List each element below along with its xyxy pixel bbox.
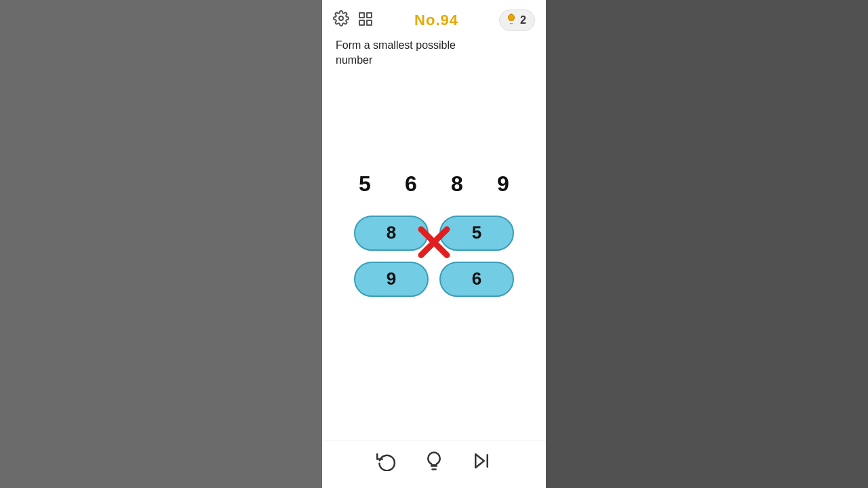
tile-value-8: 8 [387,222,396,243]
digit-label-8: 8 [446,171,468,197]
hint-count: 2 [520,14,526,26]
tile-value-6: 6 [472,268,481,289]
hint-button[interactable] [424,451,444,476]
tile-9[interactable]: 9 [354,262,429,297]
phone-panel: No.94 2 Form a smallest possible number … [322,0,546,488]
digit-label-5: 5 [354,171,376,197]
tile-5[interactable]: 5 [439,216,514,251]
bottom-bar [322,441,546,488]
top-bar: No.94 2 [322,0,546,35]
tiles-grid: 8 5 9 6 [354,216,514,297]
grid-icon[interactable] [357,11,374,30]
tile-value-9: 9 [387,268,396,289]
level-label: No.94 [414,12,458,29]
top-left-icons [333,10,374,30]
tile-6[interactable]: 6 [439,262,514,297]
hint-badge[interactable]: 2 [499,9,535,31]
tile-8[interactable]: 8 [354,216,429,251]
digit-label-9: 9 [492,171,514,197]
svg-rect-2 [367,13,372,18]
settings-icon[interactable] [333,10,349,30]
svg-marker-10 [475,454,484,468]
reset-button[interactable] [376,451,397,476]
digit-label-6: 6 [400,171,422,197]
svg-rect-3 [359,20,364,25]
tile-value-5: 5 [472,222,481,243]
svg-rect-4 [367,20,372,25]
digit-labels-row: 5 6 8 9 [354,171,514,197]
svg-point-0 [339,16,343,20]
hint-bulb-icon [505,13,517,28]
game-area: 5 6 8 9 8 5 9 6 [322,68,546,441]
instruction-text: Form a smallest possible number [322,35,546,68]
right-background [546,0,868,488]
svg-rect-1 [359,13,364,18]
skip-button[interactable] [471,451,492,476]
